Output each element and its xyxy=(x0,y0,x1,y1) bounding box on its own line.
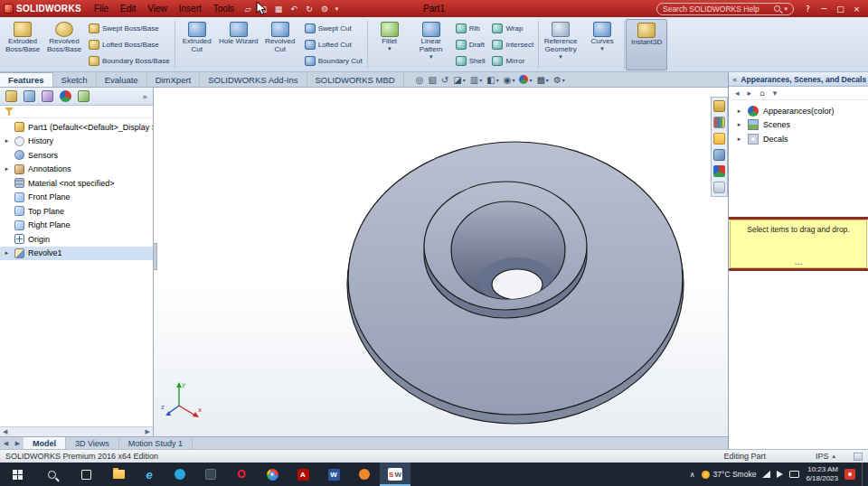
design-library-tab-icon[interactable] xyxy=(713,117,725,128)
part-model[interactable] xyxy=(347,142,684,424)
rib-button[interactable]: Rib xyxy=(456,22,486,36)
configuration-manager-tab-icon[interactable] xyxy=(42,90,53,102)
hide-show-chevron-icon[interactable]: ▾ xyxy=(512,77,514,83)
tree-item-origin[interactable]: Origin xyxy=(0,232,153,247)
task-view-button[interactable] xyxy=(69,463,103,486)
keyboard-icon[interactable] xyxy=(789,471,799,478)
tree-item-decals[interactable]: ▸ Decals xyxy=(729,132,868,146)
display-style-button[interactable]: ◧▾ xyxy=(486,75,499,85)
feature-tree-tab-icon[interactable] xyxy=(5,90,17,102)
dimxpert-manager-tab-icon[interactable] xyxy=(78,90,90,102)
hole-wizard-button[interactable]: Hole Wizard xyxy=(218,19,259,70)
tree-item-revolve1[interactable]: ▸ Revolve1 xyxy=(0,247,153,261)
expander-icon[interactable]: ▸ xyxy=(3,137,11,145)
reference-geometry-button[interactable]: Reference Geometry ▾ xyxy=(540,19,581,70)
volume-icon[interactable] xyxy=(777,471,783,478)
units-selector[interactable]: IPS xyxy=(816,452,829,461)
pane-options-chevron-icon[interactable]: ▾ xyxy=(773,89,778,98)
wrap-button[interactable]: Wrap xyxy=(492,22,533,36)
close-button[interactable]: × xyxy=(849,2,864,15)
minimize-button[interactable]: ─ xyxy=(816,2,832,15)
model-canvas[interactable]: y x z xyxy=(154,88,728,436)
view-settings-button[interactable]: ⚙▾ xyxy=(552,75,566,85)
taskbar-app-blue[interactable] xyxy=(165,463,195,486)
tree-item-annotations[interactable]: ▸ Annotations xyxy=(0,163,153,177)
tab-features[interactable]: Features xyxy=(0,72,53,87)
expander-icon[interactable]: ▸ xyxy=(735,136,743,143)
taskbar-app-orange[interactable] xyxy=(349,463,380,486)
print-icon[interactable]: ▦ xyxy=(271,2,286,15)
status-options-icon[interactable] xyxy=(854,453,863,461)
custom-properties-tab-icon[interactable] xyxy=(713,182,725,193)
instant3d-button[interactable]: Instant3D xyxy=(626,19,667,70)
shell-button[interactable]: Shell xyxy=(456,53,486,68)
appearances-tab-icon[interactable] xyxy=(713,165,725,177)
resize-handle-icon[interactable]: ⋯ xyxy=(795,260,803,267)
view-orientation-button[interactable]: ▥▾ xyxy=(469,75,483,85)
draft-button[interactable]: Draft xyxy=(456,38,486,52)
start-button[interactable] xyxy=(0,463,34,486)
pane-splitter-bottom[interactable] xyxy=(729,268,868,271)
fillet-button[interactable]: Fillet ▾ xyxy=(369,19,410,70)
graphics-area[interactable]: y x z xyxy=(154,88,728,436)
menu-insert[interactable]: Insert xyxy=(174,3,207,14)
display-style-chevron-icon[interactable]: ▾ xyxy=(496,77,499,83)
display-manager-tab-icon[interactable] xyxy=(60,90,71,102)
swept-boss-button[interactable]: Swept Boss/Base xyxy=(89,22,170,36)
apply-scene-chevron-icon[interactable]: ▾ xyxy=(546,77,549,83)
maximize-button[interactable]: □ xyxy=(833,2,848,15)
tab-scroll-right-icon[interactable]: ▶ xyxy=(12,437,24,449)
help-button[interactable]: ? xyxy=(800,2,816,15)
tree-item-scenes[interactable]: ▸ Scenes xyxy=(729,118,868,133)
swept-cut-button[interactable]: Swept Cut xyxy=(305,22,363,36)
expander-icon[interactable]: ▸ xyxy=(735,107,743,115)
mirror-button[interactable]: Mirror xyxy=(492,53,533,68)
tree-item-sensors[interactable]: Sensors xyxy=(0,148,153,163)
zoom-area-button[interactable]: ▧ xyxy=(427,75,437,85)
view-settings-chevron-icon[interactable]: ▾ xyxy=(562,77,565,83)
taskbar-chrome[interactable] xyxy=(257,463,288,486)
tab-solidworks-mbd[interactable]: SOLIDWORKS MBD xyxy=(307,72,404,87)
help-search-input[interactable] xyxy=(663,5,770,14)
menu-tools[interactable]: Tools xyxy=(208,3,240,14)
tab-sketch[interactable]: Sketch xyxy=(53,72,97,87)
property-manager-tab-icon[interactable] xyxy=(24,90,35,102)
menu-edit[interactable]: Edit xyxy=(115,3,141,14)
section-view-chevron-icon[interactable]: ▾ xyxy=(463,77,466,83)
file-explorer-tab-icon[interactable] xyxy=(713,133,725,145)
expander-icon[interactable]: ▸ xyxy=(3,165,11,173)
home-icon[interactable]: ⌂ xyxy=(760,89,765,98)
tab-3d-views[interactable]: 3D Views xyxy=(66,437,119,449)
units-chevron-icon[interactable]: ▴ xyxy=(832,453,835,460)
search-icon[interactable] xyxy=(774,5,780,12)
tab-motion-study-1[interactable]: Motion Study 1 xyxy=(119,437,193,449)
weather-widget[interactable]: 37°C Smoke xyxy=(702,470,757,479)
forward-icon[interactable]: ▸ xyxy=(748,89,752,98)
view-palette-tab-icon[interactable] xyxy=(713,149,725,161)
revolved-boss-button[interactable]: Revolved Boss/Base xyxy=(43,19,85,70)
tab-solidworks-addins[interactable]: SOLIDWORKS Add-Ins xyxy=(200,72,307,87)
lofted-cut-button[interactable]: Lofted Cut xyxy=(305,38,363,52)
extruded-cut-button[interactable]: Extruded Cut xyxy=(176,19,218,70)
tab-dimxpert[interactable]: DimXpert xyxy=(147,72,201,87)
network-icon[interactable] xyxy=(762,471,770,478)
taskbar-edge[interactable]: e xyxy=(134,463,165,486)
solidworks-resources-tab-icon[interactable] xyxy=(713,100,725,112)
taskbar-file-explorer[interactable] xyxy=(103,463,134,486)
panel-tabs-overflow-icon[interactable]: » xyxy=(142,92,147,101)
tree-item-right-plane[interactable]: Right Plane xyxy=(0,219,153,233)
tab-evaluate[interactable]: Evaluate xyxy=(97,72,147,87)
previous-view-button[interactable]: ↺ xyxy=(440,75,449,85)
curves-button[interactable]: Curves ▾ xyxy=(581,19,623,70)
section-view-button[interactable]: ◪▾ xyxy=(452,75,466,85)
taskbar-acrobat[interactable]: A xyxy=(288,463,318,486)
expander-icon[interactable]: ▸ xyxy=(3,249,11,257)
fillet-chevron-icon[interactable]: ▾ xyxy=(388,47,392,51)
undo-icon[interactable]: ↶ xyxy=(287,2,301,15)
taskbar-solidworks[interactable]: SW xyxy=(380,463,410,486)
filter-funnel-icon[interactable] xyxy=(5,107,14,117)
search-chevron-icon[interactable]: ▾ xyxy=(784,5,788,13)
view-orientation-chevron-icon[interactable]: ▾ xyxy=(479,77,482,83)
help-search[interactable]: ▾ xyxy=(656,3,794,15)
notification-icon[interactable] xyxy=(844,469,855,480)
